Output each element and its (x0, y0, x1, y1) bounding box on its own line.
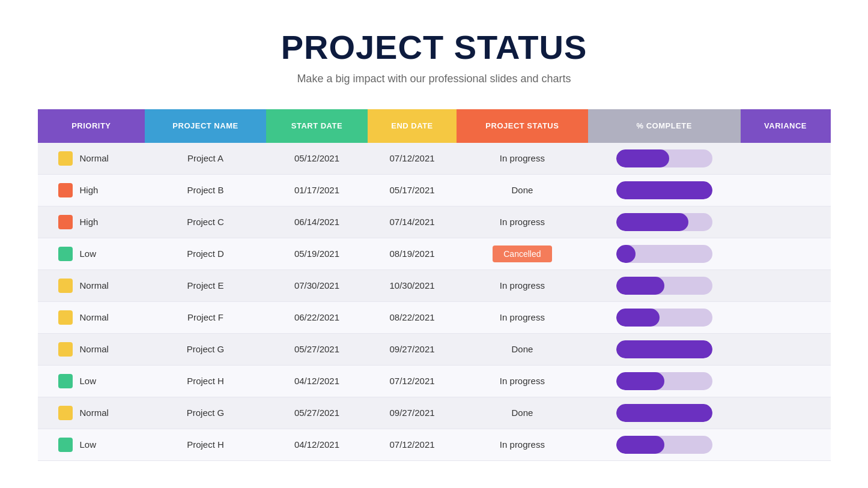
project-status-table: PRIORITYPROJECT NAMESTART DATEEND DATEPR… (38, 109, 831, 461)
progress-bar-fill (616, 404, 712, 422)
progress-cell (588, 270, 741, 301)
table-wrapper: PRIORITYPROJECT NAMESTART DATEEND DATEPR… (38, 109, 831, 461)
start-date-cell: 05/19/2021 (266, 238, 368, 270)
priority-cell: Normal (38, 333, 145, 365)
progress-bar-background (616, 340, 712, 358)
table-row: NormalProject G05/27/202109/27/2021Done (38, 397, 831, 429)
priority-label: Normal (80, 408, 109, 418)
end-date-cell: 07/12/2021 (368, 429, 457, 460)
progress-bar-background (616, 181, 712, 199)
start-date-cell: 06/14/2021 (266, 206, 368, 238)
project-name-cell: Project H (145, 429, 266, 460)
variance-cell (741, 301, 831, 333)
end-date-cell: 08/22/2021 (368, 301, 457, 333)
priority-cell: Normal (38, 397, 145, 429)
project-name-cell: Project F (145, 301, 266, 333)
table-body: NormalProject A05/12/202107/12/2021In pr… (38, 143, 831, 461)
project-status-cell: Done (457, 397, 588, 429)
column-header-project-status: PROJECT STATUS (457, 109, 588, 143)
project-name-cell: Project E (145, 270, 266, 301)
start-date-cell: 07/30/2021 (266, 270, 368, 301)
project-name-cell: Project B (145, 174, 266, 206)
progress-bar-fill (616, 213, 688, 231)
start-date-cell: 05/12/2021 (266, 143, 368, 175)
table-row: NormalProject G05/27/202109/27/2021Done (38, 333, 831, 365)
priority-cell: High (38, 206, 145, 238)
project-status-cell: In progress (457, 206, 588, 238)
priority-cell: Low (38, 238, 145, 270)
end-date-cell: 10/30/2021 (368, 270, 457, 301)
project-name-cell: Project C (145, 206, 266, 238)
progress-bar-background (616, 213, 712, 231)
column-header-end-date: END DATE (368, 109, 457, 143)
page-title: PROJECT STATUS (281, 28, 587, 67)
variance-cell (741, 206, 831, 238)
priority-label: Low (80, 376, 97, 386)
end-date-cell: 07/14/2021 (368, 206, 457, 238)
project-status-cell: In progress (457, 301, 588, 333)
progress-bar-background (616, 309, 712, 327)
end-date-cell: 08/19/2021 (368, 238, 457, 270)
end-date-cell: 09/27/2021 (368, 397, 457, 429)
start-date-cell: 04/12/2021 (266, 365, 368, 397)
project-status-cell: In progress (457, 429, 588, 460)
priority-color-indicator (58, 215, 73, 229)
progress-bar-fill (616, 340, 712, 358)
progress-bar-background (616, 245, 712, 263)
progress-cell (588, 174, 741, 206)
progress-bar-fill (616, 245, 636, 263)
progress-cell (588, 429, 741, 460)
priority-color-indicator (58, 151, 73, 166)
page-subtitle: Make a big impact with our professional … (297, 73, 571, 85)
progress-bar-fill (616, 277, 664, 295)
start-date-cell: 05/27/2021 (266, 397, 368, 429)
priority-cell: Normal (38, 143, 145, 175)
progress-bar-background (616, 372, 712, 390)
progress-bar-fill (616, 149, 669, 167)
progress-bar-background (616, 404, 712, 422)
variance-cell (741, 397, 831, 429)
progress-bar-fill (616, 436, 664, 454)
progress-cell (588, 333, 741, 365)
table-row: NormalProject F06/22/202108/22/2021In pr… (38, 301, 831, 333)
variance-cell (741, 238, 831, 270)
end-date-cell: 05/17/2021 (368, 174, 457, 206)
priority-label: High (80, 185, 99, 195)
priority-color-indicator (58, 279, 73, 293)
progress-bar-background (616, 436, 712, 454)
start-date-cell: 06/22/2021 (266, 301, 368, 333)
priority-label: High (80, 217, 99, 227)
variance-cell (741, 429, 831, 460)
progress-cell (588, 397, 741, 429)
variance-cell (741, 333, 831, 365)
column-header-pct-complete: % COMPLETE (588, 109, 741, 143)
project-status-cell: Done (457, 174, 588, 206)
table-row: NormalProject E07/30/202110/30/2021In pr… (38, 270, 831, 301)
progress-bar-fill (616, 372, 664, 390)
project-name-cell: Project A (145, 143, 266, 175)
start-date-cell: 01/17/2021 (266, 174, 368, 206)
priority-cell: High (38, 174, 145, 206)
table-row: LowProject H04/12/202107/12/2021In progr… (38, 429, 831, 460)
priority-cell: Normal (38, 270, 145, 301)
progress-cell (588, 143, 741, 175)
priority-label: Normal (80, 153, 109, 163)
table-row: HighProject C06/14/202107/14/2021In prog… (38, 206, 831, 238)
project-name-cell: Project G (145, 397, 266, 429)
progress-cell (588, 238, 741, 270)
start-date-cell: 05/27/2021 (266, 333, 368, 365)
column-header-priority: PRIORITY (38, 109, 145, 143)
priority-label: Low (80, 439, 97, 450)
priority-color-indicator (58, 406, 73, 420)
table-row: LowProject D05/19/202108/19/2021Cancelle… (38, 238, 831, 270)
priority-label: Low (80, 249, 97, 259)
project-status-cell: Cancelled (457, 238, 588, 270)
progress-cell (588, 301, 741, 333)
table-header-row: PRIORITYPROJECT NAMESTART DATEEND DATEPR… (38, 109, 831, 143)
project-name-cell: Project G (145, 333, 266, 365)
priority-color-indicator (58, 342, 73, 357)
priority-color-indicator (58, 247, 73, 261)
progress-cell (588, 365, 741, 397)
variance-cell (741, 270, 831, 301)
priority-cell: Low (38, 365, 145, 397)
